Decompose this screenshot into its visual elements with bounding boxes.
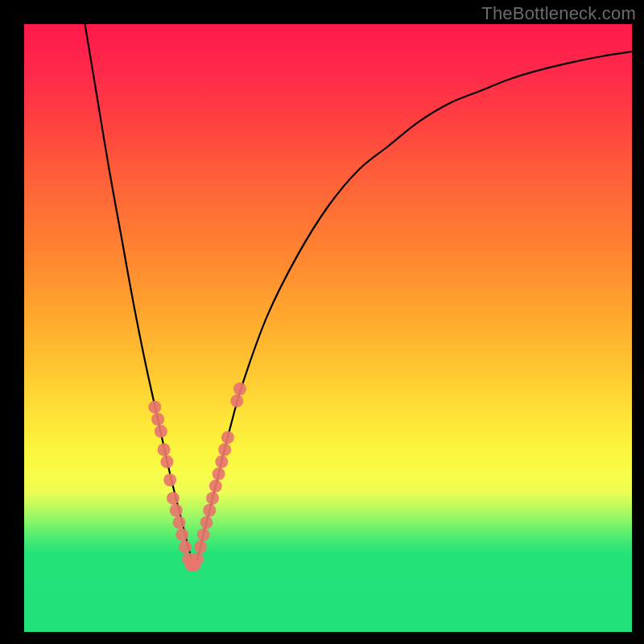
bottleneck-marker (230, 394, 243, 407)
bottleneck-marker (170, 504, 183, 517)
bottleneck-marker (167, 492, 180, 505)
bottleneck-marker (151, 413, 164, 426)
bottleneck-marker (191, 552, 204, 565)
bottleneck-marker (200, 516, 213, 529)
bottleneck-marker (203, 504, 216, 517)
bottleneck-marker (155, 425, 167, 438)
bottleneck-marker (175, 528, 188, 541)
bottleneck-marker (213, 468, 225, 481)
bottleneck-marker (215, 456, 228, 469)
bottleneck-marker (173, 516, 186, 529)
bottleneck-marker (179, 540, 192, 553)
plot-area (24, 24, 632, 632)
curve-layer (24, 24, 632, 632)
bottleneck-marker (209, 480, 222, 493)
bottleneck-marker (206, 492, 219, 505)
bottleneck-marker (148, 401, 161, 414)
bottleneck-marker (221, 431, 234, 444)
bottleneck-marker (158, 444, 171, 456)
watermark-text: TheBottleneck.com (481, 3, 636, 24)
bottleneck-marker (197, 528, 210, 541)
chart-stage: TheBottleneck.com (0, 0, 644, 644)
bottleneck-marker (194, 540, 207, 553)
bottleneck-marker (218, 444, 231, 456)
bottleneck-markers-group (148, 382, 246, 572)
bottleneck-marker (160, 456, 173, 469)
bottleneck-marker (233, 382, 246, 395)
bottleneck-marker (163, 473, 176, 486)
